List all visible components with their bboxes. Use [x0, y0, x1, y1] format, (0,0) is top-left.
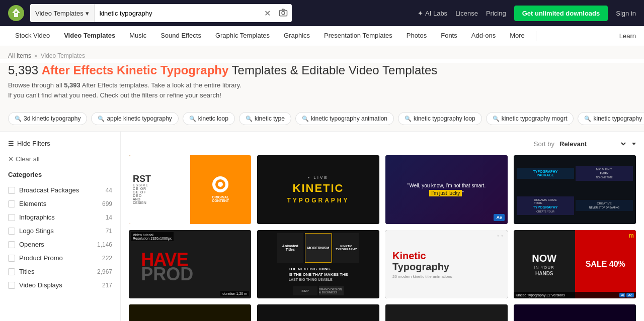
thumb-2-kinetic: KINETIC — [293, 182, 344, 195]
thumb-7-title-1: Kinetic — [392, 250, 426, 261]
category-elements[interactable]: Elements 699 — [8, 197, 112, 210]
thumb-8-m-badge: m — [628, 232, 634, 239]
search-input[interactable] — [95, 4, 260, 22]
nav-graphics[interactable]: Graphics — [277, 26, 317, 46]
clear-all-button[interactable]: ✕ Clear all — [8, 155, 40, 163]
thumb-6-top: AnimatedTitles MODERNISM KINETIC TYPOGRA… — [277, 233, 359, 263]
thumb-7-deco: ✦ ✦ — [497, 234, 504, 238]
tag-kinetic-loop2[interactable]: 🔍 kinetic typography loop — [398, 112, 482, 125]
category-checkbox[interactable] — [8, 228, 15, 235]
thumb-7-title-2: Typography — [392, 261, 449, 272]
main-content: ☰ Hide Filters ✕ Clear all Categories Br… — [0, 132, 644, 321]
grid-item-8[interactable]: NOW IN YOUR HANDS SALE 40% m Kinetic Typ… — [514, 230, 636, 299]
breadcrumb-current: Video Templates — [41, 52, 85, 59]
thumb-4-cell-3: DREAMS COMETRUE TYPOGRAPHY CREATE YOUR — [517, 196, 574, 215]
category-checkbox[interactable] — [8, 268, 15, 275]
breadcrumb: All Items » Video Templates — [8, 52, 636, 59]
categories-title: Categories — [8, 171, 112, 178]
category-titles[interactable]: Titles 2,967 — [8, 265, 112, 278]
search-tag-icon: 🔍 — [15, 116, 22, 122]
category-checkbox[interactable] — [8, 282, 15, 289]
thumb-8-sale: SALE 40% — [586, 260, 625, 269]
nav-sound-effects[interactable]: Sound Effects — [153, 26, 208, 46]
nav-music[interactable]: Music — [122, 26, 153, 46]
grid-item-7[interactable]: Kinetic Typography 20 modern kinetic tit… — [385, 230, 508, 299]
category-checkbox[interactable] — [8, 214, 15, 221]
tag-kinetic-mogrt[interactable]: 🔍 kinetic typography mogrt — [486, 112, 574, 125]
sign-in-link[interactable]: Sign in — [616, 10, 636, 17]
nav-video-templates[interactable]: Video Templates — [57, 26, 122, 46]
category-logo-stings[interactable]: Logo Stings 71 — [8, 224, 112, 238]
ai-labs-button[interactable]: ✦ AI Labs — [418, 10, 447, 17]
category-product-promo[interactable]: Product Promo 222 — [8, 251, 112, 265]
thumb-8-now: NOW — [532, 253, 556, 264]
tag-kinetic-pack[interactable]: 🔍 kinetic typography pack — [578, 112, 644, 125]
thumb-5-duration: duration 1,20 m — [220, 291, 249, 296]
sidebar-header: ☰ Hide Filters — [8, 140, 112, 147]
tag-apple-kinetic[interactable]: 🔍 apple kinetic typography — [91, 112, 178, 125]
thumb-4-cell-2: MOMENT EVERY NO ONE TIME — [576, 166, 633, 181]
nav-photos[interactable]: Photos — [399, 26, 434, 46]
category-openers[interactable]: Openers 1,146 — [8, 238, 112, 251]
grid-item-10[interactable]: LOOKING — [257, 304, 379, 321]
category-checkbox[interactable] — [8, 255, 15, 262]
nav-stock-video[interactable]: Stock Video — [8, 26, 57, 46]
svg-point-2 — [282, 11, 285, 14]
search-tag-icon: 🔍 — [98, 116, 105, 122]
search-tag-icon: 🔍 — [493, 116, 500, 122]
content-header: Sort by Relevant Newest Best Sellers Bes… — [129, 140, 636, 148]
category-video-displays[interactable]: Video Displays 217 — [8, 278, 112, 292]
content-area: Sort by Relevant Newest Best Sellers Bes… — [121, 132, 644, 321]
nav-fonts[interactable]: Fonts — [434, 26, 464, 46]
camera-search-icon[interactable] — [275, 8, 292, 19]
nav-learn-link[interactable]: Learn — [619, 32, 636, 40]
tag-kinetic-loop[interactable]: 🔍 kinetic loop — [183, 112, 235, 125]
grid-item-9[interactable]: FUN — [129, 304, 251, 321]
sort-select[interactable]: Relevant Newest Best Sellers Best Rated … — [557, 140, 627, 148]
grid-item-3[interactable]: "Well, you know, I'm not that smart. I'm… — [385, 155, 508, 224]
category-checkbox[interactable] — [8, 200, 15, 207]
clear-search-icon[interactable]: ✕ — [260, 9, 275, 18]
search-tag-icon: 🔍 — [405, 116, 412, 122]
search-category-dropdown[interactable]: Video Templates ▾ — [30, 4, 95, 22]
grid-item-11[interactable]: UPDATE V.2 80 ANIMATION TITLES kinetic t… — [385, 304, 508, 321]
license-link[interactable]: License — [455, 10, 478, 17]
tags-row: 🔍 3d kinetic typography 🔍 apple kinetic … — [0, 106, 644, 132]
logo[interactable] — [8, 5, 24, 21]
nav-add-ons[interactable]: Add-ons — [464, 26, 503, 46]
thumb-3-quote: "Well, you know, I'm not that smart. I'm… — [408, 182, 486, 197]
grid-item-1[interactable]: RST ESSIVECE ORGE OFDEO ANDDESIGN ORIGIN… — [129, 155, 251, 224]
results-grid: RST ESSIVECE ORGE OFDEO ANDDESIGN ORIGIN… — [129, 155, 636, 321]
thumb-7-sub: 20 modern kinetic title animations — [392, 274, 452, 279]
grid-item-6[interactable]: AnimatedTitles MODERNISM KINETIC TYPOGRA… — [257, 230, 379, 299]
breadcrumb-all-items[interactable]: All Items — [8, 52, 31, 59]
nav-divider — [536, 31, 536, 41]
grid-item-2[interactable]: • LIVE KINETIC TYPOGRAPHY — [257, 155, 379, 224]
tag-kinetic-type[interactable]: 🔍 kinetic type — [239, 112, 291, 125]
thumb-2-live: • LIVE — [308, 175, 328, 180]
grid-item-4[interactable]: TYPOGRAPHYPACKAGE MOMENT EVERY NO ONE TI… — [514, 155, 636, 224]
grid-item-12[interactable]: TYPOS ⚡ — [514, 304, 636, 321]
grid-item-5[interactable]: Video tutorialResolution 1920x1080px HAV… — [129, 230, 251, 299]
category-checkbox[interactable] — [8, 241, 15, 248]
breadcrumb-separator: » — [34, 52, 38, 59]
ae-badge: Ae — [494, 214, 505, 221]
pricing-link[interactable]: Pricing — [486, 10, 506, 17]
category-infographics[interactable]: Infographics 14 — [8, 210, 112, 224]
hide-filters-button[interactable]: ☰ Hide Filters — [8, 140, 50, 147]
category-broadcast-packages[interactable]: Broadcast Packages 44 — [8, 183, 112, 197]
thumb-8-in-your: IN YOUR — [534, 265, 554, 270]
nav-graphic-templates[interactable]: Graphic Templates — [208, 26, 277, 46]
nav-presentation-templates[interactable]: Presentation Templates — [317, 26, 399, 46]
page-title: 5,393 After Effects Kinetic Typography T… — [8, 63, 636, 77]
nav-more[interactable]: More — [503, 26, 532, 46]
page-title-highlight: After Effects Kinetic Typography — [42, 63, 229, 77]
category-checkbox[interactable] — [8, 187, 15, 194]
tag-3d-kinetic[interactable]: 🔍 3d kinetic typography — [8, 112, 87, 125]
thumb-8-hands: HANDS — [535, 271, 553, 276]
main-nav: Stock Video Video Templates Music Sound … — [0, 26, 644, 46]
tag-kinetic-animation[interactable]: 🔍 kinetic typography animation — [295, 112, 394, 125]
header: Video Templates ▾ ✕ ✦ AI Labs License Pr… — [0, 0, 644, 26]
sort-chevron-icon — [632, 143, 636, 145]
get-unlimited-button[interactable]: Get unlimited downloads — [514, 6, 608, 21]
